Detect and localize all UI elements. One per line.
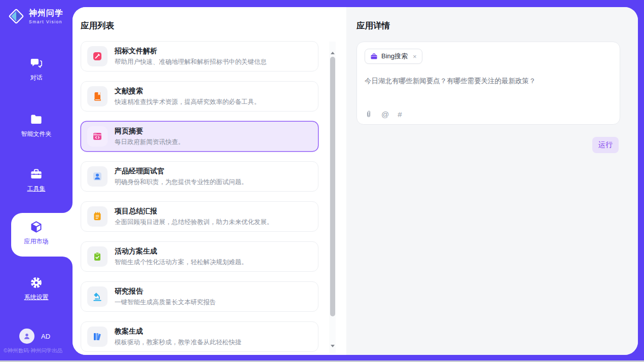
mention-icon[interactable]: @ <box>381 111 389 118</box>
bubble-curve-top <box>62 203 73 213</box>
app-card-title: 产品经理面试官 <box>115 167 248 176</box>
app-card-desc: 全面回顾项目进展，总结经验教训，助力未来优化发展。 <box>115 218 273 227</box>
app-card-desc: 帮助用户快速、准确地理解和解析招标书中的关键信息 <box>115 58 267 66</box>
app-card-title: 网页摘要 <box>115 127 185 136</box>
app-card-lesson-plan[interactable]: 教案生成 模板驱动，教案秒成，教学准备从此轻松快捷 <box>81 321 318 352</box>
webpage-icon <box>87 126 108 147</box>
diamond-logo-icon <box>7 7 25 25</box>
app-card-desc: 明确身份和职责，为您提供专业性的面试问题。 <box>115 178 248 187</box>
app-card-title: 研究报告 <box>115 287 216 296</box>
paperclip-icon[interactable] <box>365 110 373 118</box>
brand-name: 神州问学 <box>29 8 63 19</box>
app-list-section: 应用列表 招标文件解析 帮助用户快速、准确地理解和解析招标书中的关键信息 <box>73 7 346 355</box>
app-detail-title: 应用详情 <box>356 20 638 31</box>
sidebar-item-chat[interactable]: 对话 <box>0 56 73 82</box>
chat-icon <box>29 56 43 70</box>
scroll-up-arrow-icon[interactable] <box>329 50 336 56</box>
close-icon[interactable]: × <box>413 53 417 60</box>
app-card-title: 教案生成 <box>115 327 241 336</box>
clipboard-check-icon <box>87 246 108 267</box>
app-card-literature-search[interactable]: 文献搜索 快速精准查找学术资源，提高研究效率的必备工具。 <box>81 81 318 112</box>
sidebar-item-settings[interactable]: 系统设置 <box>0 276 73 302</box>
app-card-event-plan[interactable]: 活动方案生成 智能生成个性化活动方案，轻松解决规划难题。 <box>81 241 318 272</box>
app-card-desc: 每日政府新闻资讯快查。 <box>115 138 185 147</box>
composer-toolbar: @ # <box>365 110 612 118</box>
sidebar-item-toolbox[interactable]: 工具集 <box>0 167 73 193</box>
sidebar-item-label: 应用市场 <box>24 237 49 246</box>
copyright-footer: ©神州数码·神州问学出品 <box>4 347 62 354</box>
sidebar-item-label: 对话 <box>30 74 43 82</box>
user-initials: AD <box>41 333 50 340</box>
edit-doc-icon <box>87 46 108 66</box>
avatar <box>19 329 34 344</box>
app-card-title: 项目总结汇报 <box>115 207 273 216</box>
app-card-desc: 快速精准查找学术资源，提高研究效率的必备工具。 <box>115 98 261 106</box>
user-account[interactable]: AD <box>19 329 50 344</box>
app-card-title: 活动方案生成 <box>115 247 248 256</box>
bubble-curve-bottom <box>62 257 73 267</box>
sidebar-item-label: 智能文件夹 <box>21 130 52 138</box>
scroll-down-arrow-icon[interactable] <box>329 343 336 349</box>
interviewer-icon <box>87 166 108 187</box>
toolbox-icon <box>29 167 43 181</box>
app-list-title: 应用列表 <box>81 20 346 31</box>
sidebar-item-label: 工具集 <box>27 185 46 193</box>
app-card-webpage-summary[interactable]: 网页摘要 每日政府新闻资讯快查。 <box>81 121 318 152</box>
app-card-list: 招标文件解析 帮助用户快速、准确地理解和解析招标书中的关键信息 文献搜索 快速精… <box>81 41 346 352</box>
app-card-pm-interviewer[interactable]: 产品经理面试官 明确身份和职责，为您提供专业性的面试问题。 <box>81 161 318 192</box>
main-panel: 应用列表 招标文件解析 帮助用户快速、准确地理解和解析招标书中的关键信息 <box>73 7 638 355</box>
brand-logo: 神州问学 Smart Vision <box>7 7 63 25</box>
app-detail-section: 应用详情 Bing搜索 × 今日湖北有哪些新闻要点？有哪些需要关注的最新政策？ <box>346 7 638 355</box>
brand-subtitle: Smart Vision <box>29 19 63 24</box>
notepad-icon <box>87 206 108 227</box>
sidebar-item-label: 系统设置 <box>24 293 49 302</box>
sidebar-item-smart-folder[interactable]: 智能文件夹 <box>0 113 73 138</box>
gear-icon <box>29 276 43 289</box>
tool-tag-bing-search[interactable]: Bing搜索 × <box>365 49 422 64</box>
app-card-project-summary[interactable]: 项目总结汇报 全面回顾项目进展，总结经验教训，助力未来优化发展。 <box>81 201 318 232</box>
scrollbar-thumb[interactable] <box>330 57 335 316</box>
app-card-title: 文献搜索 <box>115 87 261 96</box>
book-icon <box>87 86 108 106</box>
list-scrollbar[interactable] <box>329 42 336 353</box>
hash-icon[interactable]: # <box>398 111 402 118</box>
query-input[interactable]: 今日湖北有哪些新闻要点？有哪些需要关注的最新政策？ <box>365 76 612 86</box>
app-card-bid-parsing[interactable]: 招标文件解析 帮助用户快速、准确地理解和解析招标书中的关键信息 <box>81 41 318 71</box>
app-card-desc: 模板驱动，教案秒成，教学准备从此轻松快捷 <box>115 338 241 347</box>
prompt-editor-card[interactable]: Bing搜索 × 今日湖北有哪些新闻要点？有哪些需要关注的最新政策？ @ # <box>356 42 620 125</box>
app-card-desc: 一键智能生成高质量长文本研究报告 <box>115 298 216 307</box>
app-card-title: 招标文件解析 <box>115 47 267 56</box>
briefcase-icon <box>370 53 378 60</box>
sidebar-item-app-market[interactable]: 应用市场 <box>0 220 73 246</box>
microscope-icon <box>87 286 108 307</box>
folder-icon <box>29 113 43 126</box>
tool-tag-label: Bing搜索 <box>381 52 408 61</box>
sidebar: 神州问学 Smart Vision 对话 智能文件夹 <box>0 0 73 362</box>
app-card-research-report[interactable]: 研究报告 一键智能生成高质量长文本研究报告 <box>81 281 318 312</box>
cube-icon <box>29 220 43 234</box>
books-icon <box>87 327 108 347</box>
app-card-desc: 智能生成个性化活动方案，轻松解决规划难题。 <box>115 258 248 267</box>
run-button[interactable]: 运行 <box>592 137 619 153</box>
